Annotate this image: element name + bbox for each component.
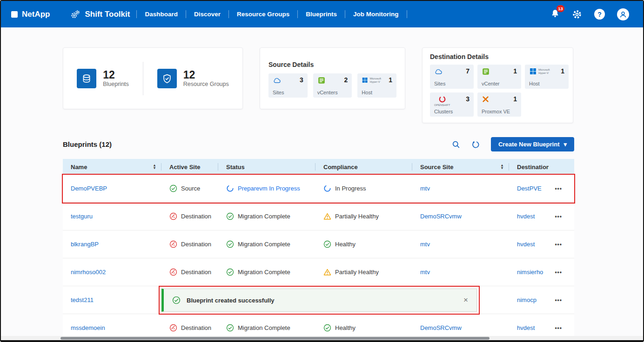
help-button[interactable]: ? xyxy=(594,9,605,20)
tile-count: 1 xyxy=(513,67,517,75)
source-site-link[interactable]: mtv xyxy=(420,241,430,248)
source-vcenters-tile: 2 vCenters xyxy=(313,73,352,98)
hyperv-caption: Microsoft Hyper-V xyxy=(538,68,558,74)
table-row-demopvebp: DemoPVEBP Source Preparevm In Progress I… xyxy=(63,175,574,203)
netapp-logo[interactable]: NetApp xyxy=(11,10,50,19)
tile-label: Host xyxy=(362,90,392,95)
blueprint-name-link[interactable]: DemoPVEBP xyxy=(71,185,107,192)
check-circle-icon xyxy=(226,324,234,332)
spinner-icon xyxy=(226,184,234,192)
notifications-button[interactable]: 13 xyxy=(550,9,560,20)
row-menu-button[interactable]: ••• xyxy=(555,185,562,192)
nav-item-blueprints[interactable]: Blueprints xyxy=(298,10,345,18)
tile-count: 1 xyxy=(389,76,392,84)
check-circle-icon xyxy=(226,240,234,248)
sort-down-icon: ▾ xyxy=(501,167,503,170)
destination-link[interactable]: hvdest xyxy=(517,324,535,331)
check-circle-icon xyxy=(323,324,331,332)
compliance-value: Partially Healthy xyxy=(335,269,379,276)
gear-icon[interactable] xyxy=(572,9,582,20)
destination-link[interactable]: nimocp xyxy=(517,296,537,303)
source-site-link[interactable]: mtv xyxy=(420,269,430,276)
source-sites-tile: 3 Sites xyxy=(268,73,308,98)
row-menu-button[interactable]: ••• xyxy=(555,325,562,331)
col-header-status[interactable]: Status xyxy=(218,159,315,175)
destination-status-icon xyxy=(169,324,177,332)
destination-status-icon xyxy=(169,240,177,248)
col-header-name[interactable]: Name ▴▾ xyxy=(63,159,161,175)
tile-label: Clusters xyxy=(434,109,470,114)
source-site-link[interactable]: mtv xyxy=(420,185,430,192)
sort-icon[interactable]: ▴▾ xyxy=(501,164,503,170)
hyperv-caption: Microsoft Hyper-V xyxy=(370,77,389,83)
blueprint-name-link[interactable]: nimrhoso002 xyxy=(71,269,106,276)
toast-notification: Blueprint created successfully × xyxy=(161,289,477,312)
user-icon xyxy=(619,10,627,19)
main-nav: Dashboard Discover Resource Groups Bluep… xyxy=(136,10,407,18)
openshift-caption: OPENSHIFT xyxy=(434,104,450,107)
source-details-card: Source Details 3 Sites 2 xyxy=(260,47,405,109)
user-avatar[interactable] xyxy=(617,8,629,20)
nav-item-resource-groups[interactable]: Resource Groups xyxy=(229,10,298,18)
nav-item-job-monitoring[interactable]: Job Monitoring xyxy=(345,10,407,18)
active-site-value: Destination xyxy=(181,269,211,276)
blueprints-stat: 12 Blueprints xyxy=(77,69,129,88)
notification-badge: 13 xyxy=(557,5,564,12)
source-site-link[interactable]: DemoSRCvmw xyxy=(420,213,462,220)
tile-label: Proxmox VE xyxy=(482,109,517,114)
blueprints-table: Name ▴▾ Active Site Status Compliance So… xyxy=(63,159,574,342)
col-header-active-site[interactable]: Active Site xyxy=(161,159,218,175)
app-title: Shift Toolkit xyxy=(70,9,130,20)
warning-icon xyxy=(323,268,331,276)
refresh-icon[interactable] xyxy=(471,140,480,149)
destination-status-icon xyxy=(169,268,177,276)
sort-icon[interactable]: ▴▾ xyxy=(154,164,155,170)
app-header: NetApp Shift Toolkit Dashboard Discover … xyxy=(1,1,643,27)
tile-label: Sites xyxy=(273,90,303,95)
resource-groups-stat: 12 Resource Groups xyxy=(157,69,229,88)
app-window: NetApp Shift Toolkit Dashboard Discover … xyxy=(0,0,644,342)
blueprint-name-link[interactable]: testguru xyxy=(71,213,93,220)
destination-details-card: Destination Details 7 Sites 1 xyxy=(422,47,573,123)
compliance-value: In Progress xyxy=(335,185,366,192)
blueprint-name-link[interactable]: blkrangBP xyxy=(71,241,99,248)
tile-label: Host xyxy=(529,81,564,86)
blueprint-name-link[interactable]: tedst211 xyxy=(71,296,94,303)
row-menu-button[interactable]: ••• xyxy=(555,269,562,276)
search-icon[interactable] xyxy=(452,140,460,149)
main-content: 12 Blueprints 12 Resource Groups xyxy=(1,27,643,342)
spinner-icon xyxy=(323,184,331,192)
hyperv-icon xyxy=(529,67,537,75)
header-actions: 13 ? xyxy=(550,8,629,20)
col-header-compliance[interactable]: Compliance xyxy=(315,159,412,175)
check-circle-icon xyxy=(323,240,331,248)
close-icon[interactable]: × xyxy=(463,296,468,305)
destination-link[interactable]: nimsierho xyxy=(517,269,543,276)
check-circle-icon xyxy=(226,212,234,220)
cloud-icon xyxy=(434,67,443,76)
create-button-label: Create New Blueprint xyxy=(498,141,559,148)
col-header-destination[interactable]: Destination xyxy=(509,159,574,175)
summary-cards: 12 Blueprints 12 Resource Groups xyxy=(63,47,643,123)
status-value: Migration Complete xyxy=(238,241,290,248)
nav-label: Dashboard xyxy=(145,11,178,18)
row-menu-button[interactable]: ••• xyxy=(555,241,562,248)
col-label: Status xyxy=(226,164,245,171)
destination-link[interactable]: hvdest xyxy=(517,213,535,220)
tile-label: vCenters xyxy=(317,90,348,95)
nav-item-discover[interactable]: Discover xyxy=(186,10,229,18)
horizontal-scrollbar[interactable] xyxy=(1,336,643,340)
scrollbar-thumb[interactable] xyxy=(60,337,490,340)
source-details-title: Source Details xyxy=(268,61,396,68)
cloud-icon xyxy=(273,76,281,85)
destination-link[interactable]: DestPVE xyxy=(517,185,542,192)
row-menu-button[interactable]: ••• xyxy=(555,297,562,303)
source-site-link[interactable]: DemoSRCvmw xyxy=(420,324,462,331)
openshift-icon xyxy=(438,95,446,103)
nav-item-dashboard[interactable]: Dashboard xyxy=(137,10,186,18)
create-new-blueprint-button[interactable]: Create New Blueprint ▾ xyxy=(491,137,574,151)
blueprint-name-link[interactable]: mssdemoein xyxy=(71,324,105,331)
destination-link[interactable]: hvdest xyxy=(517,241,535,248)
row-menu-button[interactable]: ••• xyxy=(555,213,562,220)
col-header-source-site[interactable]: Source Site ▴▾ xyxy=(412,159,509,175)
